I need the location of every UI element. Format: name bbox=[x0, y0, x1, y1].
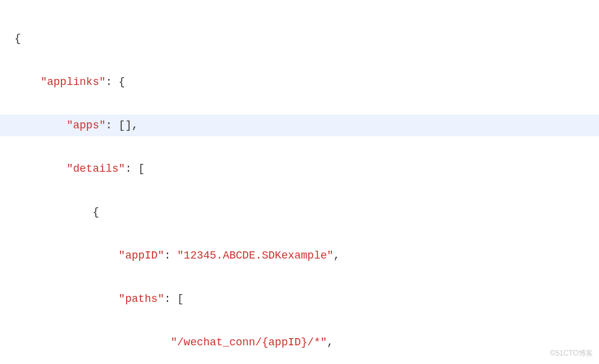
code-line: { bbox=[0, 28, 599, 49]
punct: : [ bbox=[164, 293, 183, 305]
json-key: "details" bbox=[66, 163, 125, 175]
json-key: "apps" bbox=[66, 119, 105, 131]
code-line: "/wechat_conn/{appID}/*", bbox=[0, 331, 599, 353]
code-line: { bbox=[0, 201, 599, 223]
json-key: "appID" bbox=[119, 249, 165, 262]
punct: : [ bbox=[125, 163, 145, 175]
code-line: "appID": "12345.ABCDE.SDKexample", bbox=[0, 245, 599, 266]
code-line: "details": [ bbox=[0, 158, 599, 180]
code-line: "paths": [ bbox=[0, 288, 599, 310]
punct: : [], bbox=[105, 119, 138, 131]
punct: : bbox=[164, 249, 177, 262]
code-block: { "applinks": { "apps": [], "details": [… bbox=[0, 0, 599, 364]
code-line-highlighted: "apps": [], bbox=[0, 115, 599, 136]
json-key: "paths" bbox=[119, 293, 165, 305]
json-key: "applinks" bbox=[40, 76, 105, 88]
code-line: "applinks": { bbox=[0, 71, 599, 93]
punct: , bbox=[327, 336, 334, 348]
json-value: "/wechat_conn/{appID}/*" bbox=[171, 336, 327, 348]
punct: : { bbox=[105, 76, 125, 88]
brace-open: { bbox=[14, 33, 21, 45]
json-value: "12345.ABCDE.SDKexample" bbox=[177, 249, 333, 262]
brace-open: { bbox=[93, 206, 99, 218]
watermark: ©51CTO博客 bbox=[550, 346, 593, 360]
punct: , bbox=[333, 249, 340, 262]
